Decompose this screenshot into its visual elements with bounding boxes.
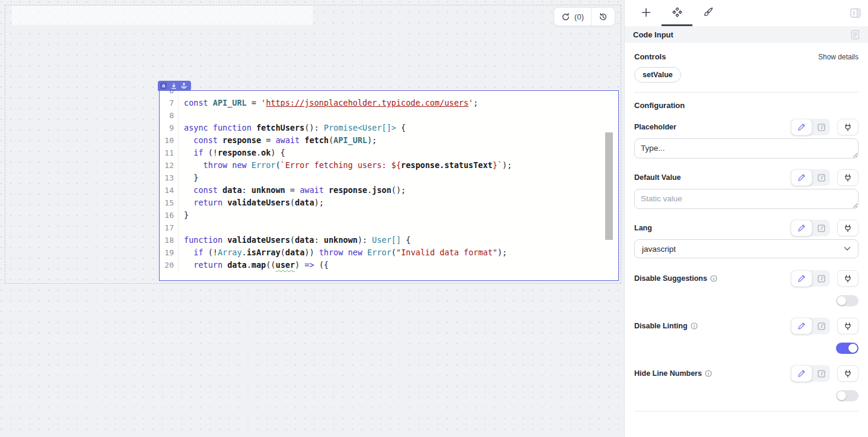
refresh-button[interactable]: (0) xyxy=(554,8,591,26)
line-number: 17 xyxy=(160,221,179,234)
field-lang: Lang f javascript xyxy=(634,219,859,258)
code-line[interactable]: 16} xyxy=(160,209,618,221)
static-mode-button[interactable] xyxy=(791,270,812,287)
svg-text:f: f xyxy=(821,125,824,130)
code-line[interactable]: 6 xyxy=(160,90,618,97)
line-number: 6 xyxy=(160,90,179,97)
brush-icon xyxy=(702,7,714,18)
show-details-button[interactable]: Show details xyxy=(818,53,859,61)
history-icon xyxy=(599,12,608,21)
connect-button[interactable] xyxy=(837,270,859,287)
code-line-content[interactable]: async function fetchUsers(): Promise<Use… xyxy=(179,122,406,134)
code-line-content[interactable]: if (!response.ok) { xyxy=(179,147,285,159)
code-line[interactable]: 17 xyxy=(160,221,618,234)
code-line-content[interactable]: const data: unknown = await response.jso… xyxy=(179,184,406,197)
code-line-content[interactable]: } xyxy=(179,172,198,184)
placeholder-input[interactable]: Type... xyxy=(634,138,859,159)
code-line-content[interactable] xyxy=(179,109,184,122)
app-canvas[interactable]: (0) a 67const API_URL = 'https://jsonpla… xyxy=(0,0,624,437)
static-mode-button[interactable] xyxy=(791,318,812,334)
code-line-content[interactable] xyxy=(179,90,184,97)
connect-button[interactable] xyxy=(837,318,859,334)
code-line[interactable]: 14 const data: unknown = await response.… xyxy=(160,184,618,197)
tab-insert[interactable] xyxy=(631,0,662,26)
history-button[interactable] xyxy=(592,8,615,26)
code-line-content[interactable]: const response = await fetch(API_URL); xyxy=(179,134,377,147)
expression-mode-button[interactable]: f xyxy=(812,119,830,135)
code-line-content[interactable]: return data.map((user) => ({ xyxy=(179,259,329,271)
static-mode-button[interactable] xyxy=(791,220,812,236)
anchor-icon[interactable] xyxy=(181,83,187,89)
code-input-widget[interactable]: 67const API_URL = 'https://jsonplacehold… xyxy=(159,90,619,281)
code-line-content[interactable]: function validateUsers(data: unknown): U… xyxy=(179,234,411,246)
disable-linting-toggle[interactable] xyxy=(836,343,859,354)
empty-top-widget[interactable] xyxy=(12,6,313,25)
lang-select-value: javascript xyxy=(642,245,676,254)
expand-down-icon[interactable] xyxy=(171,83,177,89)
hide-line-numbers-toggle[interactable] xyxy=(836,390,859,401)
expression-mode-button[interactable]: f xyxy=(812,270,830,287)
code-lines[interactable]: 67const API_URL = 'https://jsonplacehold… xyxy=(160,90,618,271)
svg-text:f: f xyxy=(821,175,824,180)
lang-select[interactable]: javascript xyxy=(634,239,859,258)
default-value-input[interactable] xyxy=(634,189,859,209)
collapse-panel-icon[interactable] xyxy=(849,7,862,20)
code-line[interactable]: 11 if (!response.ok) { xyxy=(160,147,618,159)
line-number: 20 xyxy=(160,259,179,271)
expression-mode-button[interactable]: f xyxy=(812,220,830,236)
expression-mode-button[interactable]: f xyxy=(812,365,830,382)
component-id-badge[interactable]: a xyxy=(160,83,167,89)
editor-scrollbar[interactable] xyxy=(605,132,613,240)
field-disable-linting: Disable Linting f xyxy=(634,317,859,354)
component-header: Code Input xyxy=(625,26,868,43)
connect-button[interactable] xyxy=(837,169,859,186)
input-mode-segment: f xyxy=(791,365,830,382)
code-line-content[interactable]: } xyxy=(179,209,189,221)
info-icon[interactable] xyxy=(691,322,698,330)
input-mode-segment: f xyxy=(791,318,830,334)
static-mode-button[interactable] xyxy=(791,169,812,186)
code-line-content[interactable]: if (!Array.isArray(data)) throw new Erro… xyxy=(179,246,507,259)
code-line[interactable]: 10 const response = await fetch(API_URL)… xyxy=(160,134,618,147)
refresh-count: (0) xyxy=(574,12,584,21)
static-mode-button[interactable] xyxy=(791,119,812,135)
line-number: 15 xyxy=(160,197,179,209)
code-line[interactable]: 12 throw new Error(`Error fetching users… xyxy=(160,159,618,172)
field-disable-suggestions: Disable Suggestions f xyxy=(634,270,859,306)
expression-mode-button[interactable]: f xyxy=(812,169,830,186)
tab-settings[interactable] xyxy=(662,0,692,26)
code-line-content[interactable]: throw new Error(`Error fetching users: $… xyxy=(179,159,512,172)
line-number: 9 xyxy=(160,122,179,134)
svg-text:f: f xyxy=(821,276,824,281)
docs-icon[interactable] xyxy=(851,30,860,40)
code-line[interactable]: 18function validateUsers(data: unknown):… xyxy=(160,234,618,246)
code-line[interactable]: 19 if (!Array.isArray(data)) throw new E… xyxy=(160,246,618,259)
code-line-content[interactable] xyxy=(179,221,184,234)
code-line[interactable]: 15 return validateUsers(data); xyxy=(160,197,618,209)
line-number: 16 xyxy=(160,209,179,221)
info-icon[interactable] xyxy=(710,275,717,282)
field-label: Disable Linting xyxy=(634,322,688,330)
connect-button[interactable] xyxy=(837,220,859,236)
connect-button[interactable] xyxy=(837,365,859,382)
connect-button[interactable] xyxy=(837,119,859,135)
svg-text:f: f xyxy=(821,226,824,231)
expression-mode-button[interactable]: f xyxy=(812,318,830,334)
properties-panel: Code Input Controls Show details setValu… xyxy=(624,0,868,437)
line-number: 7 xyxy=(160,97,179,109)
tab-style[interactable] xyxy=(692,0,723,26)
code-line-content[interactable]: return validateUsers(data); xyxy=(179,197,324,209)
code-line[interactable]: 8 xyxy=(160,109,618,122)
static-mode-button[interactable] xyxy=(791,365,812,382)
code-line[interactable]: 7const API_URL = 'https://jsonplaceholde… xyxy=(160,97,618,109)
setvalue-control-button[interactable]: setValue xyxy=(634,67,681,83)
code-line[interactable]: 9async function fetchUsers(): Promise<Us… xyxy=(160,122,618,134)
field-default-value: Default Value f xyxy=(634,169,859,209)
code-line-content[interactable]: const API_URL = 'https://jsonplaceholder… xyxy=(179,97,478,109)
code-line[interactable]: 13 } xyxy=(160,172,618,184)
line-number: 18 xyxy=(160,234,179,246)
info-icon[interactable] xyxy=(705,370,712,377)
input-mode-segment: f xyxy=(791,119,830,135)
disable-suggestions-toggle[interactable] xyxy=(836,295,859,306)
code-line[interactable]: 20 return data.map((user) => ({ xyxy=(160,259,618,271)
